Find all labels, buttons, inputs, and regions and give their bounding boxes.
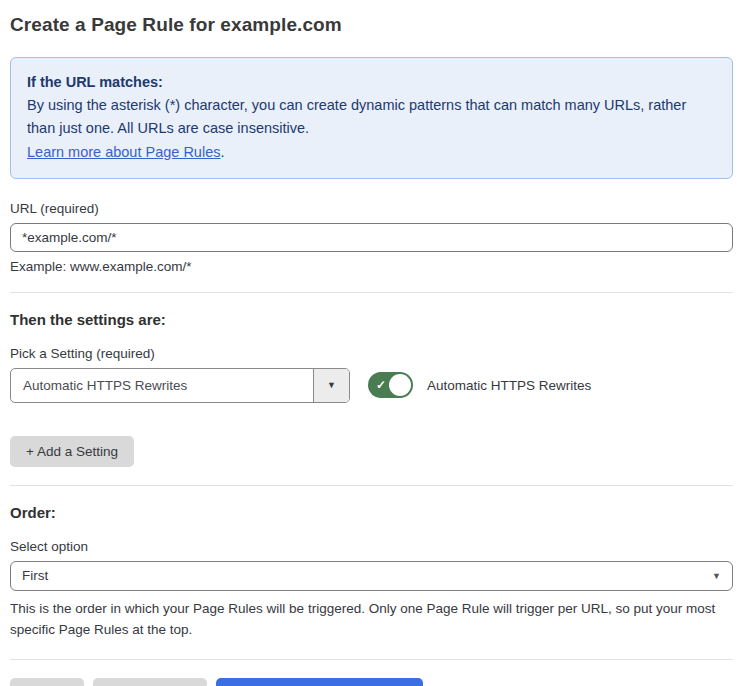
order-select-value: First <box>22 568 48 583</box>
order-helper-text: This is the order in which your Page Rul… <box>10 599 733 641</box>
setting-dropdown-button[interactable]: ▼ <box>313 369 349 402</box>
order-select[interactable]: First ▼ <box>10 561 733 591</box>
info-box-body: By using the asterisk (*) character, you… <box>27 94 716 140</box>
save-as-draft-button[interactable]: Save as Draft <box>93 678 207 686</box>
divider <box>10 659 733 660</box>
page-title: Create a Page Rule for example.com <box>10 14 733 36</box>
info-box-heading: If the URL matches: <box>27 71 716 94</box>
toggle-label: Automatic HTTPS Rewrites <box>427 378 591 393</box>
chevron-down-icon: ▼ <box>327 380 336 390</box>
create-page-rule-panel: Create a Page Rule for example.com If th… <box>0 0 743 686</box>
cancel-button[interactable]: Cancel <box>10 678 84 686</box>
setting-dropdown[interactable]: Automatic HTTPS Rewrites ▼ <box>10 368 350 403</box>
add-setting-button[interactable]: + Add a Setting <box>10 436 134 467</box>
automatic-https-rewrites-toggle[interactable]: ✓ <box>368 372 413 398</box>
chevron-down-icon: ▼ <box>712 571 721 581</box>
url-field-label: URL (required) <box>10 201 733 216</box>
check-icon: ✓ <box>376 378 386 392</box>
order-section-heading: Order: <box>10 504 733 521</box>
url-match-info-box: If the URL matches: By using the asteris… <box>10 57 733 179</box>
info-box-link-line: Learn more about Page Rules. <box>27 141 716 164</box>
order-select-label: Select option <box>10 539 733 554</box>
footer-actions: Cancel Save as Draft Save and Deploy Pag… <box>10 678 733 686</box>
link-suffix: . <box>220 144 224 160</box>
learn-more-link[interactable]: Learn more about Page Rules <box>27 144 220 160</box>
pick-setting-label: Pick a Setting (required) <box>10 346 733 361</box>
setting-row: Automatic HTTPS Rewrites ▼ ✓ Automatic H… <box>10 368 733 403</box>
toggle-knob <box>389 374 411 396</box>
url-input[interactable] <box>10 223 733 252</box>
divider <box>10 485 733 486</box>
url-field-helper: Example: www.example.com/* <box>10 259 733 274</box>
save-and-deploy-button[interactable]: Save and Deploy Page Rule <box>216 678 424 686</box>
settings-section-heading: Then the settings are: <box>10 311 733 328</box>
setting-toggle-group: ✓ Automatic HTTPS Rewrites <box>368 372 591 398</box>
setting-dropdown-value: Automatic HTTPS Rewrites <box>11 369 313 402</box>
divider <box>10 292 733 293</box>
